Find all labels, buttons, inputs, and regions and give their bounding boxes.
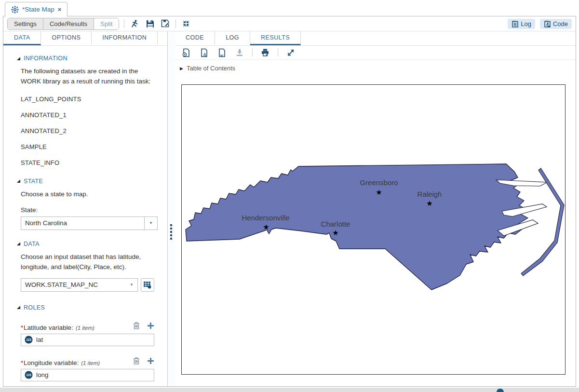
results-panel-tabs: CODE LOG RESULTS bbox=[175, 31, 576, 46]
delete-icon[interactable] bbox=[133, 322, 140, 330]
settings-panel-tabs: DATA OPTIONS INFORMATION bbox=[3, 31, 167, 46]
splitter-drag-handle[interactable] bbox=[170, 224, 172, 240]
download-icon[interactable] bbox=[234, 48, 245, 57]
data-section-title: DATA bbox=[24, 241, 40, 247]
numeric-variable-icon: 123 bbox=[25, 371, 33, 379]
numeric-variable-icon: 123 bbox=[25, 336, 33, 344]
run-icon[interactable] bbox=[129, 19, 140, 28]
collapsed-arrow-icon: ▶ bbox=[180, 66, 183, 71]
svg-text:A: A bbox=[202, 52, 206, 57]
roles-section-header[interactable]: ◢ ROLES bbox=[17, 304, 161, 311]
state-select-value: North Carolina bbox=[21, 219, 144, 227]
longitude-role-field: * Longitude variable: (1 item) bbox=[21, 357, 154, 381]
save-as-icon[interactable] bbox=[160, 19, 171, 28]
data-description: Choose an input dataset that has latitud… bbox=[21, 252, 160, 272]
task-gear-icon bbox=[11, 6, 19, 14]
information-section-title: INFORMATION bbox=[24, 55, 67, 62]
open-in-new-window-icon[interactable] bbox=[285, 48, 296, 57]
city-label: Charlotte bbox=[321, 220, 350, 228]
dataset-select-value: WORK.STATE_MAP_NC bbox=[21, 281, 126, 288]
state-map-graph: Greensboro ★ Raleigh ★ Hendersonville ★ … bbox=[181, 84, 566, 375]
log-button[interactable]: Log bbox=[508, 19, 535, 29]
required-asterisk: * bbox=[21, 324, 23, 331]
download-word-icon[interactable]: w bbox=[216, 48, 227, 57]
state-description: Choose a state to map. bbox=[21, 189, 160, 200]
dataset-name: ANNOTATED_2 bbox=[21, 127, 161, 135]
code-button[interactable]: Code bbox=[540, 19, 572, 29]
state-section-header[interactable]: ◢ STATE bbox=[17, 178, 161, 185]
save-icon[interactable] bbox=[145, 19, 155, 28]
delete-icon[interactable] bbox=[133, 357, 140, 365]
longitude-variable-item[interactable]: 123 long bbox=[21, 369, 154, 381]
add-icon[interactable] bbox=[147, 322, 154, 329]
svg-text:123: 123 bbox=[26, 338, 31, 341]
log-icon bbox=[512, 20, 519, 27]
tab-code[interactable]: CODE bbox=[175, 31, 215, 45]
toolbar-separator bbox=[175, 19, 176, 28]
toolbar-separator bbox=[278, 49, 278, 56]
collapse-triangle-icon: ◢ bbox=[17, 56, 20, 61]
settings-view-button[interactable]: Settings bbox=[8, 18, 43, 29]
tab-results[interactable]: RESULTS bbox=[250, 31, 301, 45]
tab-data[interactable]: DATA bbox=[3, 31, 41, 45]
bottom-strip bbox=[0, 388, 579, 392]
main-split: DATA OPTIONS INFORMATION ◢ INFORMATION T… bbox=[3, 31, 576, 386]
dataset-selector-row: WORK.STATE_MAP_NC ▼ bbox=[21, 278, 161, 292]
results-toolbar: A w bbox=[175, 46, 576, 60]
svg-text:w: w bbox=[220, 52, 224, 57]
state-select[interactable]: North Carolina ▼ bbox=[21, 216, 158, 230]
close-tab-icon[interactable]: × bbox=[58, 6, 62, 13]
dataset-name: SAMPLE bbox=[21, 143, 161, 150]
latitude-variable-value: lat bbox=[36, 336, 43, 343]
tab-information[interactable]: INFORMATION bbox=[92, 31, 158, 45]
download-pdf-icon[interactable]: A bbox=[199, 48, 209, 57]
tab-log[interactable]: LOG bbox=[215, 31, 250, 45]
dataset-name: STATE_INFO bbox=[21, 159, 161, 166]
open-table-button[interactable] bbox=[141, 278, 154, 292]
information-description: The following datasets are created in th… bbox=[21, 67, 160, 87]
toolbar-separator bbox=[124, 19, 124, 28]
longitude-role-label: Longitude variable: bbox=[24, 359, 79, 366]
collapse-panes-icon[interactable] bbox=[181, 19, 191, 28]
svg-text:123: 123 bbox=[26, 373, 31, 377]
latitude-role-label: Latitude variable: bbox=[24, 324, 73, 331]
latitude-role-field: * Latitude variable: (1 item) bbox=[21, 322, 154, 346]
state-polygon bbox=[186, 164, 528, 290]
panel-splitter bbox=[168, 31, 175, 386]
chevron-down-icon[interactable]: ▼ bbox=[126, 283, 137, 287]
table-grid-icon bbox=[143, 281, 152, 289]
information-section-header[interactable]: ◢ INFORMATION bbox=[17, 55, 161, 62]
data-section-header[interactable]: ◢ DATA bbox=[17, 241, 161, 247]
settings-panel: DATA OPTIONS INFORMATION ◢ INFORMATION T… bbox=[3, 31, 168, 386]
dataset-name: LAT_LONG_POINTS bbox=[21, 95, 161, 103]
bottom-notification-dot bbox=[497, 389, 504, 392]
add-icon[interactable] bbox=[147, 357, 154, 365]
collapse-triangle-icon: ◢ bbox=[17, 305, 20, 310]
city-label: Greensboro bbox=[360, 178, 398, 187]
code-results-view-button[interactable]: Code/Results bbox=[43, 18, 94, 29]
task-window: Settings Code/Results Split bbox=[3, 16, 576, 387]
download-html-icon[interactable] bbox=[181, 48, 191, 57]
print-icon[interactable] bbox=[260, 48, 270, 57]
view-toggle-group: Settings Code/Results Split bbox=[7, 18, 119, 30]
chevron-down-icon[interactable]: ▼ bbox=[144, 217, 157, 230]
longitude-variable-value: long bbox=[36, 371, 49, 378]
dataset-select[interactable]: WORK.STATE_MAP_NC ▼ bbox=[21, 278, 138, 292]
code-button-label: Code bbox=[553, 20, 568, 27]
latitude-variable-item[interactable]: 123 lat bbox=[21, 334, 154, 346]
table-of-contents-toggle[interactable]: ▶ Table of Contents bbox=[175, 60, 576, 72]
city-star-marker: ★ bbox=[332, 229, 338, 237]
city-label: Hendersonville bbox=[242, 214, 289, 222]
state-section-title: STATE bbox=[24, 178, 43, 185]
north-carolina-map: Greensboro ★ Raleigh ★ Hendersonville ★ … bbox=[182, 85, 565, 374]
task-toolbar: Settings Code/Results Split bbox=[3, 16, 576, 31]
longitude-role-count: (1 item) bbox=[81, 360, 100, 366]
dataset-name: ANNOTATED_1 bbox=[21, 111, 161, 119]
split-view-button[interactable]: Split bbox=[94, 18, 119, 29]
code-icon bbox=[544, 20, 551, 27]
document-tab-state-map[interactable]: *State Map × bbox=[5, 2, 67, 16]
city-star-marker: ★ bbox=[376, 188, 382, 197]
latitude-role-count: (1 item) bbox=[76, 325, 94, 331]
tab-options[interactable]: OPTIONS bbox=[41, 31, 92, 45]
log-button-label: Log bbox=[521, 20, 531, 27]
